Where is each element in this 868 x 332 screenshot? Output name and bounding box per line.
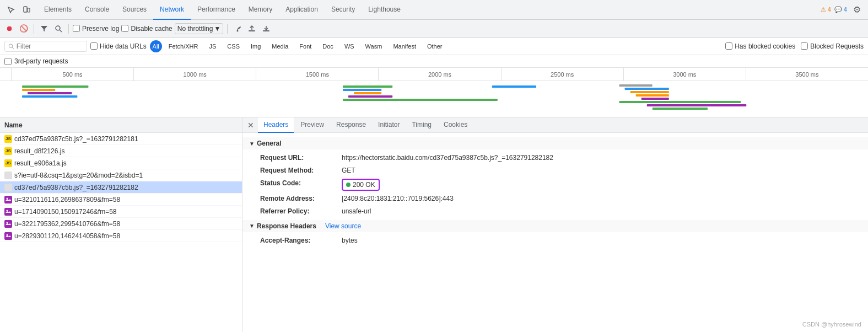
remote-address-value: [2409:8c20:1831:210::7019:5626]:443: [342, 194, 454, 204]
hide-data-urls-input[interactable]: [90, 42, 98, 50]
tab-memory[interactable]: Memory: [242, 0, 279, 20]
filter-other[interactable]: Other: [423, 41, 447, 51]
response-headers-title: Response Headers: [257, 222, 316, 230]
svg-rect-25: [647, 104, 747, 106]
blocked-requests-checkbox[interactable]: Blocked Requests: [801, 42, 864, 50]
filter-fetch-xhr[interactable]: Fetch/XHR: [164, 41, 203, 51]
tab-performance[interactable]: Performance: [191, 0, 242, 20]
ruler-2500: 2500 ms: [501, 68, 623, 81]
request-url-value: https://hectorstatic.baidu.com/cd37ed75a…: [342, 153, 553, 163]
referrer-policy-value: unsafe-url: [342, 207, 371, 216]
nav-icons: [4, 3, 33, 17]
has-blocked-cookies-checkbox[interactable]: Has blocked cookies: [725, 42, 795, 50]
file-row[interactable]: JSresult_e906a1a.js: [0, 157, 242, 169]
settings-icon[interactable]: ⚙: [850, 3, 864, 17]
cursor-icon[interactable]: [4, 3, 18, 17]
file-type-icon: [4, 196, 12, 204]
name-column-label: Name: [4, 121, 23, 129]
hide-data-urls-checkbox[interactable]: Hide data URLs: [90, 42, 147, 50]
file-type-icon: [4, 172, 12, 179]
svg-rect-15: [354, 92, 381, 94]
detail-content: ▼ General Request URL: https://hectorsta…: [242, 133, 868, 332]
file-row[interactable]: u=3221795362,2995410766&fm=58: [0, 218, 242, 230]
filter-wasm[interactable]: Wasm: [361, 41, 387, 51]
request-url-row: Request URL: https://hectorstatic.baidu.…: [242, 152, 868, 164]
filter-manifest[interactable]: Manifest: [389, 41, 420, 51]
detail-tab-timing[interactable]: Timing: [406, 117, 437, 133]
third-party-input[interactable]: [4, 58, 12, 65]
ruler-2000: 2000 ms: [378, 68, 500, 81]
accept-ranges-key: Accept-Ranges:: [260, 236, 337, 245]
filter-media[interactable]: Media: [267, 41, 293, 51]
preserve-log-checkbox[interactable]: Preserve log: [73, 25, 119, 33]
record-button[interactable]: ⏺: [3, 23, 15, 35]
view-source-button[interactable]: View source: [325, 222, 361, 230]
status-badge: 200 OK: [342, 179, 380, 191]
tab-console[interactable]: Console: [78, 0, 116, 20]
file-row[interactable]: JSresult_d8f2126.js: [0, 145, 242, 157]
tab-elements[interactable]: Elements: [37, 0, 78, 20]
has-blocked-cookies-input[interactable]: [725, 42, 732, 50]
close-detail-button[interactable]: ✕: [245, 119, 257, 131]
filter-font[interactable]: Font: [295, 41, 316, 51]
detail-tab-cookies[interactable]: Cookies: [438, 117, 473, 133]
response-headers-section-header[interactable]: ▼ Response Headers View source: [242, 220, 868, 232]
file-row[interactable]: cd37ed75a9387c5b.js?_=1632791282182: [0, 181, 242, 194]
filter-img[interactable]: Img: [246, 41, 265, 51]
file-name: u=2829301120,1462414058&fm=58: [14, 232, 238, 240]
filter-css[interactable]: CSS: [223, 41, 244, 51]
svg-rect-0: [24, 7, 27, 12]
throttle-select[interactable]: No throttling ▼: [175, 23, 224, 34]
filter-icon[interactable]: [38, 23, 50, 35]
download-icon[interactable]: [260, 23, 272, 35]
svg-rect-20: [625, 88, 669, 90]
ruler-500: 500 ms: [11, 68, 133, 81]
clear-button[interactable]: 🚫: [18, 23, 30, 35]
device-icon[interactable]: [20, 3, 33, 17]
general-section-header[interactable]: ▼ General: [242, 137, 868, 149]
disable-cache-input[interactable]: [121, 25, 128, 32]
timeline-area: 500 ms 1000 ms 1500 ms 2000 ms 2500 ms 3…: [0, 68, 868, 117]
svg-rect-14: [343, 89, 381, 91]
tab-sources[interactable]: Sources: [116, 0, 153, 20]
tab-application[interactable]: Application: [279, 0, 325, 20]
file-list: JScd37ed75a9387c5b.js?_=1632791282181JSr…: [0, 133, 242, 332]
svg-rect-21: [630, 91, 669, 93]
detail-tab-headers[interactable]: Headers: [258, 117, 294, 133]
filter-input-wrap: [4, 41, 87, 52]
watermark: CSDN @hyhrosewind: [802, 321, 861, 328]
filter-ws[interactable]: WS: [340, 41, 359, 51]
blocked-requests-input[interactable]: [801, 42, 808, 50]
svg-line-3: [60, 30, 62, 32]
third-party-checkbox[interactable]: 3rd-party requests: [4, 57, 68, 65]
tab-network[interactable]: Network: [153, 0, 191, 20]
filter-input[interactable]: [17, 42, 83, 50]
file-name: cd37ed75a9387c5b.js?_=1632791282182: [14, 184, 238, 191]
filter-all[interactable]: All: [150, 40, 162, 52]
preserve-log-input[interactable]: [73, 25, 80, 32]
detail-tab-preview[interactable]: Preview: [295, 117, 330, 133]
upload-icon[interactable]: [246, 23, 258, 35]
filter-doc[interactable]: Doc: [318, 41, 338, 51]
filter-js[interactable]: JS: [205, 41, 221, 51]
file-row[interactable]: JScd37ed75a9387c5b.js?_=1632791282181: [0, 133, 242, 145]
tab-security[interactable]: Security: [325, 0, 362, 20]
file-row[interactable]: s?ie=utf-8&csq=1&pstg=20&mod=2&isbd=1: [0, 169, 242, 181]
search-icon[interactable]: [52, 23, 64, 35]
wifi-icon[interactable]: [231, 23, 244, 35]
file-row[interactable]: u=2829301120,1462414058&fm=58: [0, 230, 242, 242]
detail-tab-response[interactable]: Response: [331, 117, 371, 133]
svg-point-7: [9, 44, 12, 47]
file-row[interactable]: u=3210116116,2698637809&fm=58: [0, 194, 242, 206]
remote-address-row: Remote Address: [2409:8c20:1831:210::701…: [242, 192, 868, 205]
preserve-log-label: Preserve log: [82, 25, 119, 33]
file-row[interactable]: u=1714090150,150917246&fm=58: [0, 206, 242, 218]
file-type-icon: [4, 208, 12, 216]
disable-cache-checkbox[interactable]: Disable cache: [121, 25, 172, 33]
svg-rect-17: [343, 99, 498, 101]
filter-search-icon: [8, 43, 14, 50]
filter-bar: Hide data URLs All Fetch/XHR JS CSS Img …: [0, 38, 868, 55]
timeline-ruler: 500 ms 1000 ms 1500 ms 2000 ms 2500 ms 3…: [0, 68, 868, 81]
detail-tab-initiator[interactable]: Initiator: [373, 117, 405, 133]
tab-lighthouse[interactable]: Lighthouse: [362, 0, 407, 20]
